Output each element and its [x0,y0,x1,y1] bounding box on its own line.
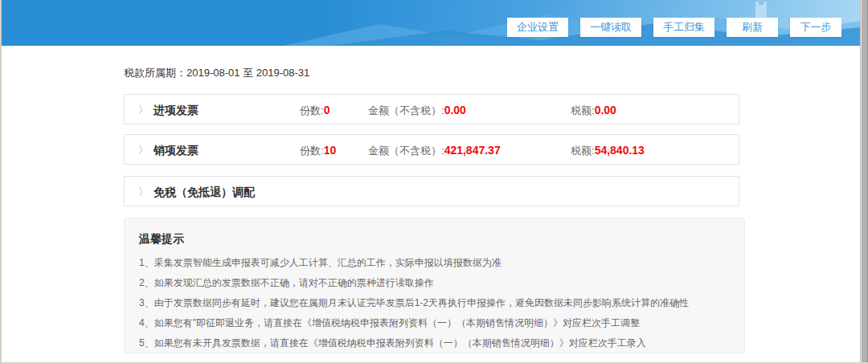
row-title: 销项发票 [154,135,199,165]
invoice-count: 份数:10 [300,135,336,166]
invoice-amount: 金额（不含税）:0.00 [368,95,466,126]
invoice-tax: 税额:0.00 [571,95,616,126]
row-title: 进项发票 [154,95,199,125]
scrollbar-thumb[interactable] [862,0,867,363]
next-step-button[interactable]: 下一步 [790,18,841,37]
tip-item: 5、如果您有未开具发票数据，请直接在《增值税纳税申报表附列资料（一）（本期销售情… [139,333,735,353]
tips-panel: 温馨提示 1、采集发票智能生成申报表可减少人工计算、汇总的工作，实际申报以填报数… [124,218,745,353]
tax-period-label: 税款所属期： [124,67,186,79]
one-click-read-button[interactable]: 一键读取 [580,18,641,37]
refresh-button[interactable]: 刷新 [727,18,778,37]
chevron-right-icon: 〉 [138,93,148,127]
app-window: 企业设置 一键读取 手工归集 刷新 下一步 税款所属期：2019-08-01 至… [0,0,868,363]
invoice-count: 份数:0 [300,95,330,126]
chevron-right-icon: 〉 [138,133,148,167]
row-output-invoices[interactable]: 〉 销项发票 份数:10 金额（不含税）:421,847.37 税额:54,84… [124,134,739,165]
vertical-scrollbar[interactable] [860,0,868,363]
page-header: 企业设置 一键读取 手工归集 刷新 下一步 [2,0,862,46]
chevron-right-icon: 〉 [138,175,148,209]
row-title: 免税（免抵退）调配 [154,177,255,207]
header-toolbar: 企业设置 一键读取 手工归集 刷新 下一步 [507,18,841,37]
tax-period-value: 2019-08-01 至 2019-08-31 [186,67,309,79]
tip-item: 2、如果发现汇总的发票数据不正确，请对不正确的票种进行读取操作 [139,273,735,293]
enterprise-settings-button[interactable]: 企业设置 [507,18,568,37]
tax-period: 税款所属期：2019-08-01 至 2019-08-31 [124,66,309,80]
tip-item: 1、采集发票智能生成申报表可减少人工计算、汇总的工作，实际申报以填报数据为准 [139,253,735,273]
invoice-amount: 金额（不含税）:421,847.37 [368,135,501,166]
row-tax-free-allocation[interactable]: 〉 免税（免抵退）调配 [124,176,739,206]
tip-item: 3、由于发票数据同步有延时，建议您在属期月末认证完毕发票后1-2天再执行申报操作… [139,293,735,313]
main-content: 税款所属期：2019-08-01 至 2019-08-31 〉 进项发票 份数:… [2,46,862,363]
manual-collect-button[interactable]: 手工归集 [653,18,714,37]
invoice-tax: 税额:54,840.13 [571,135,645,166]
tips-title: 温馨提示 [139,232,744,247]
row-input-invoices[interactable]: 〉 进项发票 份数:0 金额（不含税）:0.00 税额:0.00 [124,94,739,124]
tip-item: 4、如果您有"即征即退业务，请直接在《增值税纳税申报表附列资料（一）（本期销售情… [139,313,735,333]
